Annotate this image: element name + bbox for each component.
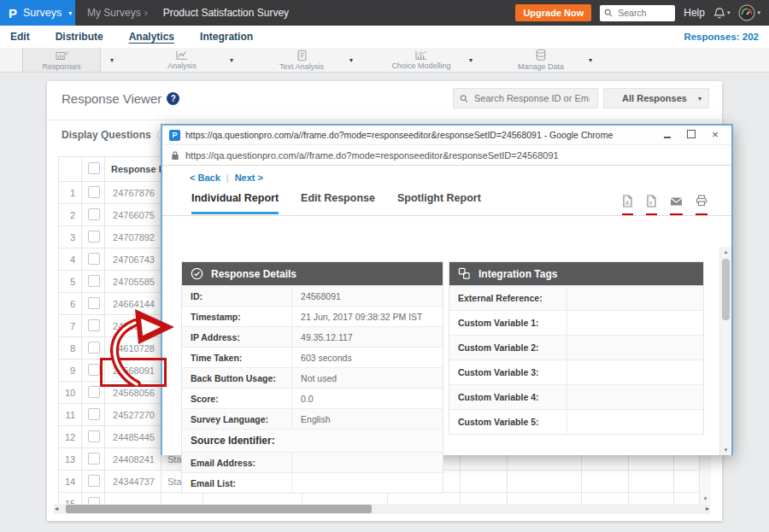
upgrade-now-button[interactable]: Upgrade Now xyxy=(515,4,591,21)
scroll-down-icon[interactable]: ▾ xyxy=(700,495,711,502)
response-id-header[interactable]: Response ID ▲ xyxy=(105,157,161,182)
response-id-link[interactable]: 24767876 xyxy=(105,182,161,204)
row-checkbox[interactable] xyxy=(88,408,100,420)
row-checkbox[interactable] xyxy=(88,430,100,442)
response-id-link[interactable] xyxy=(105,493,161,505)
select-all-checkbox[interactable] xyxy=(88,162,100,174)
integration-tags-panel: Integration Tags External Reference:Cust… xyxy=(449,261,704,435)
detail-label: Custom Variable 3: xyxy=(449,367,566,377)
toolbar-button-text-analysis[interactable]: Text Analysis xyxy=(263,48,340,72)
toolbar-button-analysis[interactable]: Analysis xyxy=(144,48,220,72)
toolbar-dropdown-text-analysis[interactable]: ▾ xyxy=(340,48,362,72)
tab-individual-report[interactable]: Individual Report xyxy=(191,192,279,214)
response-id-link[interactable]: 24408241 xyxy=(105,448,161,471)
menu-item-analytics[interactable]: Analytics xyxy=(129,31,174,43)
surveys-menu[interactable]: P Surveys ▾ xyxy=(0,0,75,26)
breadcrumb-my-surveys[interactable]: My Surveys xyxy=(87,7,141,19)
toolbar-dropdown-analysis[interactable]: ▾ xyxy=(220,48,243,72)
scroll-left-icon[interactable]: ◂ xyxy=(55,505,58,512)
global-search-box[interactable] xyxy=(600,5,675,21)
menu-item-integration[interactable]: Integration xyxy=(200,31,253,43)
toolbar-dropdown-responses[interactable]: ▾ xyxy=(101,48,123,72)
empty-cell xyxy=(508,493,582,505)
row-checkbox[interactable] xyxy=(88,297,100,309)
chevron-down-icon: ▾ xyxy=(230,56,233,64)
popup-scroll-thumb[interactable] xyxy=(722,259,730,320)
row-checkbox[interactable] xyxy=(88,386,100,398)
lock-icon xyxy=(171,150,179,161)
detail-value: 603 seconds xyxy=(291,348,443,367)
next-link[interactable]: Next > xyxy=(235,172,263,183)
response-search-box[interactable] xyxy=(453,88,598,108)
row-number: 10 xyxy=(59,382,82,404)
response-id-link[interactable]: 24706743 xyxy=(105,248,161,271)
row-checkbox[interactable] xyxy=(88,497,100,505)
empty-cell xyxy=(629,471,674,493)
row-checkbox[interactable] xyxy=(88,475,100,487)
back-link[interactable]: < Back xyxy=(190,172,220,183)
tab-spotlight-report[interactable]: Spotlight Report xyxy=(397,192,481,214)
close-button[interactable]: × xyxy=(706,126,725,143)
row-checkbox[interactable] xyxy=(88,208,100,220)
response-id-link[interactable]: 24705585 xyxy=(105,271,161,293)
menu-item-distribute[interactable]: Distribute xyxy=(56,31,103,43)
popup-vertical-scrollbar[interactable]: ▴ ▾ xyxy=(719,247,731,455)
toolbar-button-manage-data[interactable]: Manage Data xyxy=(502,48,579,72)
row-checkbox[interactable] xyxy=(88,342,100,354)
row-checkbox[interactable] xyxy=(88,453,100,465)
response-id-link[interactable]: 24485445 xyxy=(105,426,161,448)
response-id-link[interactable]: 24527270 xyxy=(105,404,161,426)
response-filter-dropdown[interactable]: All Responses ▾ xyxy=(603,88,709,108)
row-number: 12 xyxy=(59,426,82,448)
chevron-down-icon: ▾ xyxy=(68,9,72,17)
response-id-link[interactable]: 24344737 xyxy=(105,471,161,493)
detail-value xyxy=(566,410,703,434)
account-menu[interactable]: ▾ xyxy=(738,4,760,21)
toolbar-dropdown-manage-data[interactable]: ▾ xyxy=(579,48,602,72)
excel-export-button[interactable]: x xyxy=(646,195,657,215)
scroll-down-icon[interactable]: ▾ xyxy=(720,447,731,453)
email-button[interactable] xyxy=(670,195,683,215)
toolbar-button-responses[interactable]: Responses xyxy=(22,48,101,72)
minimize-button[interactable] xyxy=(658,126,677,143)
responses-count-badge: Responses: 202 xyxy=(684,32,769,42)
row-checkbox[interactable] xyxy=(88,319,100,331)
maximize-button[interactable] xyxy=(682,126,701,143)
global-search-input[interactable] xyxy=(616,7,671,19)
toolbar-group-manage-data: Manage Data▾ xyxy=(502,48,602,72)
tab-edit-response[interactable]: Edit Response xyxy=(301,192,375,214)
row-checkbox[interactable] xyxy=(88,364,100,376)
detail-label: Timestamp: xyxy=(182,312,291,322)
detail-label: Custom Variable 4: xyxy=(449,392,566,402)
scroll-up-icon[interactable]: ▴ xyxy=(720,248,731,255)
browser-url-bar[interactable]: https://qa.questionpro.com/a//frame.do?m… xyxy=(162,145,731,166)
pdf-export-button[interactable]: A xyxy=(622,195,633,215)
empty-cell xyxy=(582,493,629,505)
detail-label: External Reference: xyxy=(449,293,566,303)
toolbar-button-choice-modelling[interactable]: Choice Modelling xyxy=(383,48,460,72)
select-all-header xyxy=(82,157,105,182)
toolbar-dropdown-choice-modelling[interactable]: ▾ xyxy=(460,48,482,72)
product-label: Surveys xyxy=(23,7,62,19)
help-link[interactable]: Help xyxy=(684,7,705,19)
row-checkbox[interactable] xyxy=(88,231,100,243)
table-horizontal-scrollbar[interactable]: ◂ ▸ xyxy=(54,504,710,514)
horizontal-scroll-thumb[interactable] xyxy=(66,505,372,513)
window-title-bar[interactable]: P https://qa.questionpro.com/a//frame.do… xyxy=(162,126,731,145)
print-button[interactable] xyxy=(696,195,707,215)
response-id-link[interactable]: 24766075 xyxy=(105,204,161,226)
response-search-input[interactable] xyxy=(473,92,591,104)
notifications-menu[interactable]: ▾ xyxy=(713,7,731,20)
scroll-right-icon[interactable]: ▸ xyxy=(706,505,709,512)
detail-value: 21 Jun, 2017 09:38:32 PM IST xyxy=(291,307,443,326)
row-checkbox[interactable] xyxy=(88,275,100,287)
menu-item-edit[interactable]: Edit xyxy=(10,31,30,43)
empty-cell xyxy=(461,471,508,493)
row-checkbox[interactable] xyxy=(88,253,100,265)
row-number: 8 xyxy=(59,337,82,360)
row-number: 11 xyxy=(59,404,82,426)
help-icon[interactable]: ? xyxy=(167,92,179,105)
check-circle-icon xyxy=(191,267,203,280)
response-id-link[interactable]: 24707892 xyxy=(105,226,161,248)
row-checkbox[interactable] xyxy=(88,186,100,198)
